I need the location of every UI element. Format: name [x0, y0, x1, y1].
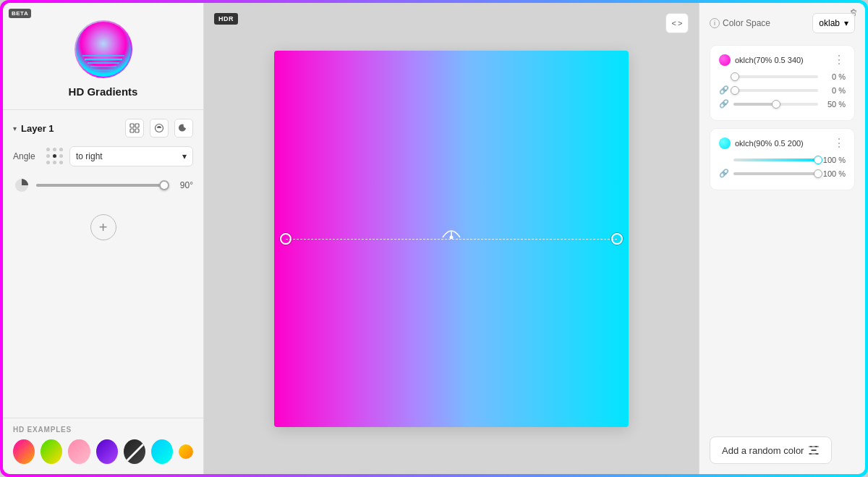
color-slider-1-3[interactable]: [733, 103, 818, 106]
right-panel: i Color Space oklab ▾ oklch(70% 0.5 340)…: [699, 3, 865, 474]
color-slider-row-1-2: 🔗 0 %: [719, 85, 846, 95]
add-icon: +: [99, 219, 108, 236]
color-space-selected: oklab: [819, 18, 840, 28]
gradient-preview[interactable]: [274, 51, 629, 427]
outer-border: BETA: [0, 0, 868, 477]
color-stop-header-2: oklch(90% 0.5 200) ⋮: [719, 136, 846, 150]
diagonal-example-icon: [124, 439, 145, 464]
angle-row: Angle to right: [13, 146, 193, 166]
color-slider-row-1-3: 🔗 50 %: [719, 99, 846, 109]
midpoint-arc-icon: [441, 223, 461, 239]
direction-dropdown[interactable]: to right ▾: [69, 146, 193, 166]
svg-point-15: [450, 235, 454, 239]
logo-svg: [75, 20, 132, 78]
gradient-handle-left[interactable]: [280, 233, 292, 245]
app-logo: [75, 20, 132, 78]
hd-examples-label: HD EXAMPLES: [13, 426, 193, 434]
slider-percent-1-2: 0 %: [822, 86, 846, 95]
svg-rect-8: [135, 124, 139, 127]
hdr-badge: HDR: [214, 13, 238, 25]
logo-section: HD Gradients: [3, 3, 203, 110]
color-space-label-group: i Color Space: [710, 18, 770, 28]
svg-rect-10: [135, 129, 139, 132]
dot-ml: [46, 154, 50, 158]
example-circle-1[interactable]: [13, 439, 35, 464]
layer-title-group: ▾ Layer 1: [13, 123, 54, 134]
moon-icon: [179, 123, 189, 133]
slider-percent-1-3: 50 %: [822, 100, 846, 109]
example-circle-6[interactable]: [151, 439, 173, 464]
angle-slider[interactable]: [36, 184, 164, 187]
add-random-label: Add a random color: [722, 445, 804, 456]
color-stop-menu-1[interactable]: ⋮: [833, 53, 846, 67]
color-space-label: Color Space: [723, 18, 770, 28]
example-circle-3[interactable]: [68, 439, 90, 464]
color-slider-2-1[interactable]: [733, 159, 818, 161]
info-icon[interactable]: i: [710, 18, 720, 28]
color-dot-group-1: oklch(70% 0.5 340): [719, 54, 804, 66]
link-icon-2: 🔗: [719, 169, 729, 178]
add-random-section: Add a random color: [710, 425, 855, 464]
svg-rect-7: [130, 124, 134, 127]
layer-icons: [125, 119, 193, 138]
color-space-dropdown[interactable]: oklab ▾: [812, 13, 855, 33]
main-container: BETA: [3, 3, 865, 474]
slider-percent-2-2: 100 %: [822, 169, 846, 178]
link-icon-1b: 🔗: [719, 99, 729, 109]
dot-grid[interactable]: [46, 148, 64, 165]
add-random-color-button[interactable]: Add a random color: [710, 436, 832, 464]
svg-rect-9: [130, 129, 134, 132]
midpoint-handle[interactable]: [441, 223, 461, 242]
nav-left-icon: <: [672, 19, 676, 28]
grid-icon: [129, 123, 140, 133]
dot-tl: [46, 148, 50, 151]
layer-header: ▾ Layer 1: [13, 119, 193, 138]
center-canvas: HDR < >: [204, 3, 699, 474]
color-slider-1-2[interactable]: [733, 89, 818, 92]
svg-point-1: [76, 22, 131, 77]
grid-icon-btn[interactable]: [125, 119, 144, 138]
circle-icon-btn[interactable]: [150, 119, 169, 138]
svg-line-13: [124, 439, 145, 464]
example-circle-4[interactable]: [96, 439, 118, 464]
direction-value: to right: [76, 151, 103, 161]
app-title: HD Gradients: [69, 85, 138, 98]
example-circle-5[interactable]: [124, 439, 145, 464]
color-stop-menu-2[interactable]: ⋮: [833, 136, 846, 150]
color-slider-2-2[interactable]: [733, 172, 818, 175]
color-stop-card-2: oklch(90% 0.5 200) ⋮ 100 % 🔗: [710, 128, 855, 190]
angle-value: 90°: [170, 180, 193, 190]
dot-mc: [53, 154, 56, 158]
layer-collapse-arrow[interactable]: ▾: [13, 124, 17, 132]
angle-label: Angle: [13, 151, 41, 161]
color-space-chevron: ▾: [844, 18, 848, 28]
angle-slider-row: 90°: [13, 177, 193, 194]
left-panel: BETA: [3, 3, 204, 474]
example-circles: [13, 439, 193, 464]
nav-toggle-button[interactable]: < >: [665, 13, 689, 33]
color-stop-value-2: oklch(90% 0.5 200): [735, 139, 804, 148]
color-slider-row-2-1: 100 %: [719, 156, 846, 164]
color-space-header: i Color Space oklab ▾: [710, 13, 855, 33]
example-circle-2[interactable]: [41, 439, 62, 464]
nav-right-icon: >: [678, 19, 682, 28]
link-icon-1: 🔗: [719, 85, 729, 95]
add-layer-button[interactable]: +: [90, 214, 116, 240]
dot-bc: [53, 161, 56, 164]
color-dot-2[interactable]: [719, 138, 731, 149]
dot-br: [59, 161, 63, 164]
example-circle-7[interactable]: [179, 444, 193, 459]
gradient-handle-right[interactable]: [611, 233, 623, 245]
color-slider-row-1-1: 0 %: [719, 72, 846, 81]
color-stop-value-1: oklch(70% 0.5 340): [735, 56, 804, 64]
slider-percent-1-1: 0 %: [822, 72, 846, 81]
pie-angle-icon: [13, 177, 30, 194]
circle-icon: [154, 123, 164, 133]
hd-examples-section: HD EXAMPLES: [3, 418, 203, 474]
color-slider-1-1[interactable]: [733, 75, 818, 78]
random-icon: [808, 444, 820, 456]
dot-mr: [59, 154, 63, 158]
moon-icon-btn[interactable]: [174, 119, 193, 138]
color-dot-1[interactable]: [719, 54, 731, 66]
dot-bl: [46, 161, 50, 164]
